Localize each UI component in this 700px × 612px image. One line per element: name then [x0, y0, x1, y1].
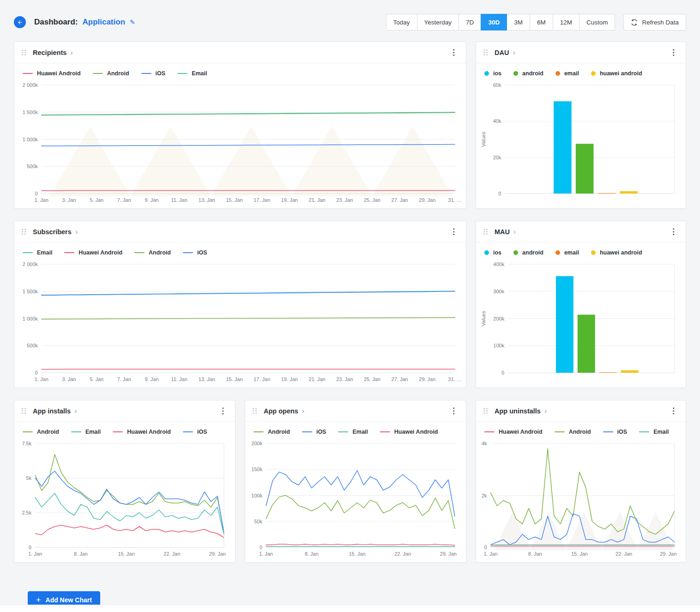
chart-title[interactable]: App uninstalls: [495, 407, 541, 415]
svg-text:22. Jan: 22. Jan: [163, 551, 180, 557]
legend-swatch: [513, 71, 518, 76]
legend-item[interactable]: iOS: [141, 70, 166, 77]
range-today-button[interactable]: Today: [386, 14, 417, 30]
legend-item[interactable]: ios: [484, 249, 501, 256]
legend-label: Android: [37, 429, 59, 435]
legend-label: iOS: [156, 70, 166, 77]
chevron-right-icon[interactable]: ›: [75, 228, 78, 236]
kebab-menu-icon[interactable]: ⋮: [668, 406, 679, 416]
chart-title[interactable]: DAU: [495, 49, 509, 56]
svg-text:29. Jan: 29. Jan: [440, 551, 457, 557]
card-header: App uninstalls › ⋮: [476, 400, 686, 422]
drag-handle-icon[interactable]: [483, 229, 488, 235]
drag-handle-icon[interactable]: [483, 408, 488, 414]
chevron-right-icon[interactable]: ›: [544, 407, 547, 415]
legend-item[interactable]: Huawei Android: [380, 429, 438, 435]
edit-pencil-icon[interactable]: ✎: [130, 18, 135, 26]
card-app-installs: App installs › ⋮ AndroidEmailHuawei Andr…: [14, 400, 235, 563]
legend-label: iOS: [617, 429, 628, 435]
kebab-menu-icon[interactable]: ⋮: [448, 406, 459, 416]
legend-item[interactable]: email: [555, 70, 579, 77]
range-12m-button[interactable]: 12M: [553, 14, 579, 30]
legend-item[interactable]: ios: [484, 70, 501, 77]
grid-row-1: Recipients › ⋮ Huawei AndroidAndroidiOSE…: [14, 42, 686, 209]
kebab-menu-icon[interactable]: ⋮: [448, 48, 459, 57]
drag-handle-icon[interactable]: [253, 408, 257, 414]
chart-title[interactable]: Subscribers: [33, 228, 72, 236]
range-30d-button[interactable]: 30D: [481, 14, 507, 30]
legend-item[interactable]: Android: [134, 249, 171, 256]
svg-text:500k: 500k: [27, 164, 38, 169]
svg-text:17. Jan: 17. Jan: [253, 197, 270, 203]
legend-item[interactable]: iOS: [302, 429, 326, 435]
svg-text:8. Jan: 8. Jan: [74, 551, 88, 557]
legend-item[interactable]: Huawei Android: [113, 429, 171, 435]
legend-item[interactable]: Android: [93, 70, 129, 77]
chart-title[interactable]: App opens: [264, 407, 298, 415]
chevron-right-icon[interactable]: ›: [302, 407, 304, 415]
chevron-right-icon[interactable]: ›: [70, 49, 72, 56]
back-button[interactable]: [14, 16, 26, 28]
chevron-right-icon[interactable]: ›: [513, 49, 515, 56]
legend-swatch: [380, 431, 390, 433]
legend-item[interactable]: huawei android: [591, 249, 642, 256]
legend-item[interactable]: Huawei Android: [484, 429, 543, 435]
card-header: DAU › ⋮: [476, 42, 686, 63]
svg-text:15. Jan: 15. Jan: [226, 376, 243, 382]
drag-handle-icon[interactable]: [22, 408, 26, 414]
drag-handle-icon[interactable]: [22, 229, 26, 235]
svg-text:0: 0: [498, 191, 501, 196]
kebab-menu-icon[interactable]: ⋮: [668, 227, 679, 236]
chevron-right-icon[interactable]: ›: [513, 228, 516, 236]
legend-item[interactable]: Huawei Android: [64, 249, 122, 256]
refresh-data-button[interactable]: Refresh Data: [623, 14, 686, 30]
legend-item[interactable]: Huawei Android: [23, 70, 81, 77]
legend-item[interactable]: Email: [639, 429, 669, 435]
chart-title[interactable]: Recipients: [33, 49, 66, 56]
legend-item[interactable]: Android: [23, 429, 59, 435]
legend-swatch: [177, 73, 187, 74]
drag-handle-icon[interactable]: [483, 49, 488, 55]
legend-item[interactable]: Email: [23, 249, 52, 256]
range-6m-button[interactable]: 6M: [530, 14, 553, 30]
legend-label: email: [564, 249, 579, 256]
legend-label: Android: [569, 429, 591, 435]
dau-bar-chart: 020k40k60kValues: [479, 80, 681, 206]
chart-title[interactable]: MAU: [495, 228, 510, 236]
legend-item[interactable]: Android: [253, 429, 290, 435]
legend-item[interactable]: huawei android: [591, 70, 642, 77]
legend-item[interactable]: Email: [338, 429, 368, 435]
svg-text:Values: Values: [481, 311, 486, 326]
svg-text:Values: Values: [481, 132, 486, 147]
legend-label: iOS: [197, 429, 207, 435]
svg-text:7. Jan: 7. Jan: [117, 197, 131, 203]
chevron-right-icon[interactable]: ›: [74, 407, 77, 415]
legend-label: email: [564, 70, 579, 77]
drag-handle-icon[interactable]: [22, 49, 26, 55]
svg-text:25. Jan: 25. Jan: [364, 376, 380, 382]
legend-item[interactable]: Android: [555, 429, 591, 435]
range-7d-button[interactable]: 7D: [459, 14, 481, 30]
legend-item[interactable]: android: [513, 70, 543, 77]
dashboard-name-link[interactable]: Application: [82, 18, 125, 27]
legend-item[interactable]: android: [513, 249, 543, 256]
legend-item[interactable]: iOS: [603, 429, 628, 435]
svg-text:9. Jan: 9. Jan: [145, 376, 159, 382]
svg-text:21. Jan: 21. Jan: [309, 376, 326, 382]
legend-item[interactable]: Email: [71, 429, 101, 435]
legend-item[interactable]: email: [555, 249, 579, 256]
kebab-menu-icon[interactable]: ⋮: [217, 406, 229, 416]
kebab-menu-icon[interactable]: ⋮: [668, 48, 679, 57]
chart-title[interactable]: App installs: [33, 407, 71, 415]
range-custom-button[interactable]: Custom: [579, 14, 616, 30]
legend-label: ios: [493, 70, 501, 77]
range-3m-button[interactable]: 3M: [507, 14, 530, 30]
legend-item[interactable]: iOS: [183, 249, 207, 256]
legend-item[interactable]: iOS: [183, 429, 207, 435]
svg-text:19. Jan: 19. Jan: [281, 376, 298, 382]
range-yesterday-button[interactable]: Yesterday: [417, 14, 459, 30]
svg-text:15. Jan: 15. Jan: [118, 551, 135, 557]
svg-text:200k: 200k: [251, 441, 262, 446]
kebab-menu-icon[interactable]: ⋮: [448, 227, 459, 236]
legend-item[interactable]: Email: [177, 70, 207, 77]
